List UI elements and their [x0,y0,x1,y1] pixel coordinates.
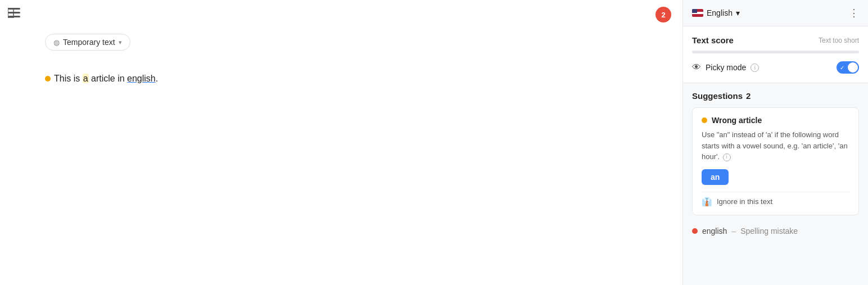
suggestion-card-wrong-article: Wrong article Use "an" instead of 'a' if… [692,107,859,215]
clock-icon: ◍ [53,38,60,47]
picky-mode-info-icon[interactable]: i [751,64,759,72]
chevron-icon: ▾ [119,39,122,46]
flag-icon [692,9,703,17]
document-content: This is a article in english. [45,73,638,84]
language-name: English [707,8,733,17]
suggestions-header: Suggestions 2 [692,91,859,101]
picky-mode-row: 👁 Picky mode i ✓ [692,61,859,74]
text-score-header: Text score Text too short [692,35,859,45]
glasses-icon: 👁 [692,62,701,73]
sidebar-toggle-icon[interactable] [8,8,20,21]
right-sidebar: English ▾ ⋮ Text score Text too short 👁 … [682,0,868,285]
underlined-word-english: english [127,74,156,83]
spelling-mistake-label: Spelling mistake [740,227,798,236]
suggestion-title-row: Wrong article [702,116,849,125]
suggestion-description: Use "an" instead of 'a' if the following… [702,129,849,162]
svg-rect-2 [8,16,20,17]
sentence-text: This is a article in english. [54,74,158,84]
ignore-label: Ignore in this text [717,197,772,206]
fix-button-an[interactable]: an [702,169,729,185]
picky-mode-toggle[interactable]: ✓ [837,61,859,74]
document-sentence: This is a article in english. [45,73,638,84]
language-selector[interactable]: English ▾ [692,8,740,17]
svg-rect-1 [8,12,20,13]
bullet-point [45,76,51,82]
picky-mode-left: 👁 Picky mode i [692,62,759,73]
text-score-title: Text score [692,35,734,45]
temp-text-dropdown[interactable]: ◍ Temporary text ▾ [45,34,130,51]
main-editor-area: 2 ◍ Temporary text ▾ This is a article i… [0,0,682,285]
ignore-icon: 👔 [702,197,712,207]
notification-badge[interactable]: 2 [655,7,671,22]
document-area: ◍ Temporary text ▾ This is a article in … [45,34,638,274]
language-chevron: ▾ [736,8,740,17]
suggestion-dot-red [692,228,698,234]
suggestion-info-icon[interactable]: i [723,153,731,161]
suggestions-title: Suggestions [692,91,743,101]
text-score-section: Text score Text too short 👁 Picky mode i… [683,26,868,83]
picky-mode-label: Picky mode [706,63,746,72]
text-score-status: Text too short [819,37,859,44]
suggestions-count: 2 [746,91,751,101]
highlighted-word-a: a [83,74,89,83]
suggestion-spelling-row: english – Spelling mistake [692,221,859,238]
score-bar [692,51,859,53]
suggestion-dot-orange [702,117,707,123]
toggle-check-icon: ✓ [840,65,844,71]
ignore-row[interactable]: 👔 Ignore in this text [702,192,849,207]
sidebar-header: English ▾ ⋮ [683,0,868,26]
suggestions-section: Suggestions 2 Wrong article Use "an" ins… [683,83,868,241]
spelling-word: english [702,227,727,236]
more-options-icon[interactable]: ⋮ [849,7,859,19]
separator: – [731,227,736,236]
suggestion-title: Wrong article [712,116,762,125]
